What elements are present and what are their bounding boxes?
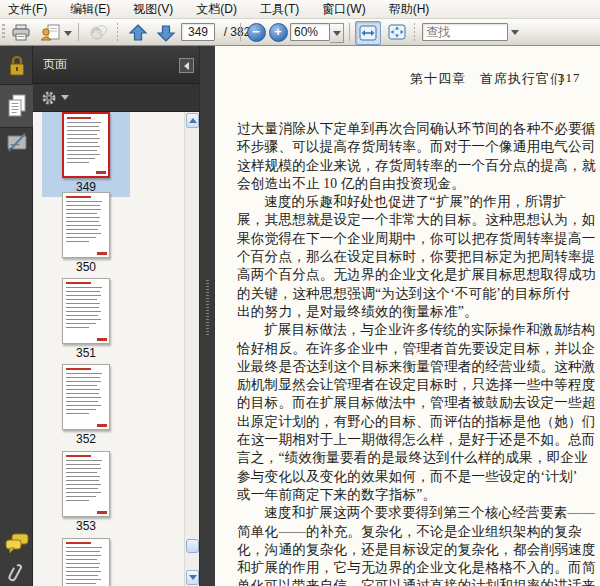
thumbnail-text-line [66, 303, 100, 304]
thumbnail-text-line [66, 299, 97, 300]
thumbnail-page-number[interactable]: 350 [42, 260, 130, 274]
thumbnail-text-line [66, 413, 89, 414]
page-number-input[interactable] [181, 23, 215, 41]
thumbnail-text-line [66, 241, 89, 242]
chevron-down-icon [61, 95, 69, 100]
fit-width-button[interactable] [355, 21, 381, 45]
thumbnail-text-line [66, 480, 99, 481]
thumbnail-text-line [66, 555, 101, 556]
collapse-panel-button[interactable] [179, 58, 194, 73]
zoom-out-icon: − [247, 23, 266, 42]
thumbnail-text-line [66, 201, 102, 202]
zoom-level-input[interactable] [290, 23, 330, 41]
document-page[interactable]: 第十四章 首席执行官们 317 过大量消除从下定单到再次合同确认环节间的各种不必… [215, 46, 600, 586]
search-dropdown-button[interactable] [508, 23, 521, 41]
thumbnail-text-line [66, 500, 89, 501]
thumbnail-text-line [66, 291, 100, 292]
page-thumbnail[interactable] [62, 112, 110, 178]
zoom-out-button[interactable]: − [246, 21, 266, 43]
menu-item[interactable]: 编辑(E) [70, 1, 110, 18]
signatures-panel-button[interactable] [0, 132, 33, 154]
page-thumbnail[interactable] [62, 451, 110, 517]
pages-panel: 页面 349350351352353 [33, 46, 199, 586]
search-input[interactable] [422, 23, 508, 41]
lock-icon [7, 54, 27, 79]
page-thumbnail[interactable] [62, 364, 110, 430]
thumbnail-text-line [66, 205, 100, 206]
document-text-line: 业最终是否达到这个目标来衡量管理者的经营业绩。这种激 [237, 358, 597, 376]
thumbnail-text-line [66, 476, 100, 477]
menu-item[interactable]: 文件(F) [8, 1, 47, 18]
fit-page-button[interactable] [385, 21, 409, 43]
print-button[interactable] [6, 21, 36, 45]
toolbar: / 382 − + [0, 19, 600, 46]
toolbar-grip[interactable] [2, 24, 5, 40]
thumbnail-page-number[interactable]: 353 [42, 519, 130, 533]
zoom-dropdown-button[interactable] [330, 23, 344, 43]
scroll-down-button[interactable] [186, 570, 199, 585]
menu-item[interactable]: 窗口(W) [322, 1, 365, 18]
thumbnail-text-line [67, 130, 100, 131]
panel-options-row [33, 84, 199, 112]
pages-panel-header: 页面 [33, 46, 199, 84]
thumbnail-page-number[interactable]: 352 [42, 432, 130, 446]
thumbnail-scrollbar[interactable] [184, 112, 199, 586]
menu-item[interactable]: 工具(T) [260, 1, 299, 18]
document-text-line: 化，沟通的复杂化，还是目标设定的复杂化，都会削弱速度 [237, 541, 597, 559]
document-text-line: 或一年前商定下来的数字指标”。 [237, 486, 597, 504]
fit-width-icon [359, 25, 377, 41]
scrollbar-thumb[interactable] [186, 539, 199, 553]
menu-item[interactable]: 视图(V) [133, 1, 173, 18]
thumbnail-text-line [66, 409, 96, 410]
page-thumbnail[interactable] [62, 192, 110, 258]
toolbar-separator [117, 23, 118, 41]
previous-page-button[interactable] [124, 21, 152, 45]
thumbnail-text-line [66, 468, 101, 469]
attachments-panel-button[interactable] [0, 563, 33, 586]
document-text-line: 出原定计划的，有野心的目标、而评估的指标是他（她）们 [237, 413, 597, 431]
scroll-up-button[interactable] [186, 113, 199, 128]
options-button[interactable] [41, 90, 69, 106]
chevron-down-icon [189, 575, 197, 580]
running-header-page-number: 317 [558, 70, 581, 86]
thumbnail-text-line [66, 472, 97, 473]
next-page-button[interactable] [152, 21, 180, 45]
splitter-grip[interactable] [206, 280, 209, 336]
thumbnail-text-line [66, 373, 102, 374]
signature-icon [6, 132, 28, 154]
thumbnail-text-line [66, 389, 100, 390]
menu-item[interactable]: 文档(D) [196, 1, 237, 18]
security-settings-button[interactable] [0, 54, 33, 79]
thumbnail-text-line [66, 287, 102, 288]
pages-panel-button[interactable] [0, 84, 33, 128]
thumbnail-footer-mark [97, 338, 107, 341]
thumbnail-text-line [66, 405, 101, 406]
menu-item[interactable]: 帮助(H) [389, 1, 430, 18]
zoom-in-icon: + [269, 23, 288, 42]
page-thumbnail[interactable] [62, 278, 110, 344]
comments-panel-button[interactable] [0, 533, 33, 555]
thumbnail-text-line [66, 547, 102, 548]
thumbnail-text-line [67, 134, 97, 135]
chevron-up-icon [189, 118, 197, 123]
menu-bar: 文件(F)编辑(E)视图(V)文档(D)工具(T)窗口(W)帮助(H) [0, 0, 600, 19]
thumbnail-list[interactable]: 349350351352353 [33, 112, 184, 586]
page-thumbnail[interactable] [62, 538, 110, 586]
document-text-line: 展，其思想就是设定一个非常大的目标。这种思想认为，如 [237, 211, 597, 229]
thumbnail-footer-mark [97, 252, 107, 255]
panel-splitter[interactable] [199, 46, 215, 586]
thumbnail-text-line [66, 579, 101, 580]
thumbnail-text-line [66, 464, 100, 465]
zoom-in-button[interactable]: + [268, 21, 288, 43]
document-text-line: 言之，“绩效衡量要看的是最终达到什么样的成果，即企业 [237, 449, 597, 467]
share-button[interactable] [37, 21, 75, 45]
thumbnail-text-line [66, 393, 99, 394]
printer-icon [11, 24, 31, 42]
thumbnail-page-number[interactable]: 351 [42, 346, 130, 360]
up-arrow-icon [128, 23, 148, 43]
toolbar-separator [240, 23, 241, 41]
thumbnail-text-line [66, 229, 98, 230]
document-text-line: 的目标。而在扩展目标做法中，管理者被鼓励去设定一些超 [237, 394, 597, 412]
toolbar-separator [78, 23, 79, 41]
toolbar-separator [414, 23, 415, 41]
